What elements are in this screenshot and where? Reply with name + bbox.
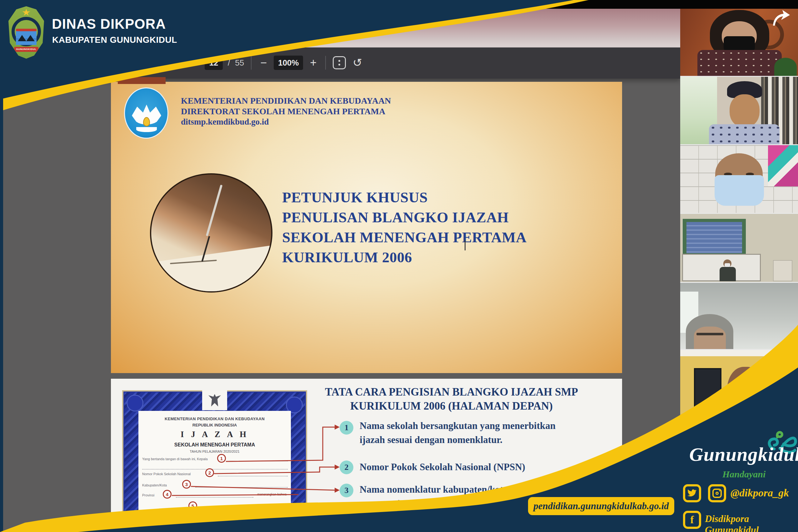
participant-video-5[interactable]	[680, 283, 798, 349]
face-mask	[725, 263, 730, 267]
instagram-button[interactable]	[708, 484, 726, 502]
participant-video-6[interactable]	[680, 350, 798, 418]
instruction-item-text: Nomor Pokok Sekolah Nasional (NPSN)	[360, 460, 525, 474]
shield-banner: GUNUNGKIDUL	[14, 47, 38, 52]
board-chart	[687, 222, 742, 253]
ministry-line-1: KEMENTERIAN PENDIDIKAN DAN KEBUDAYAAN	[181, 96, 391, 106]
thumbnail-divider	[680, 349, 798, 350]
facebook-button[interactable]: f	[683, 511, 701, 529]
background-cabinet	[773, 260, 792, 281]
item-text-line: ijazah sesuai dengan nomenklatur.	[360, 433, 556, 447]
instagram-dot	[719, 490, 720, 491]
tut-wuri-handayani-logo-icon	[124, 88, 168, 139]
instruction-item-text: Nama nomenklatur kabupaten/kota*) ( menc…	[360, 482, 522, 511]
instruction-item-number: 1	[340, 421, 353, 435]
participant-batik-shirt	[709, 124, 780, 144]
zoom-out-button[interactable]: −	[258, 57, 269, 69]
shield-stripe	[16, 29, 37, 31]
instruction-heading: TATA CARA PENGISIAN BLANGKO IJAZAH SMP K…	[286, 385, 617, 413]
fit-page-button[interactable]	[333, 56, 346, 69]
logo-flame	[143, 117, 150, 127]
instruction-item-number: 3	[340, 483, 353, 497]
fit-page-icon	[338, 60, 340, 62]
item-text-line: Nomor Pokok Sekolah Nasional (NPSN)	[360, 460, 525, 474]
thumbnail-divider	[680, 282, 798, 283]
instagram-lens	[715, 492, 719, 495]
slide-title: PETUNJUK KHUSUS PENULISAN BLANGKO IJAZAH…	[282, 187, 620, 267]
slide-top-accent	[118, 77, 166, 84]
item-text-line: Nama sekolah bersangkutan yang menerbitk…	[360, 419, 556, 433]
shield-star	[22, 9, 30, 16]
participant-video-2[interactable]	[680, 77, 798, 144]
background-green-board	[683, 219, 746, 257]
instruction-item-number: 2	[340, 460, 353, 474]
zoom-level-input[interactable]: 100%	[274, 56, 303, 70]
facebook-icon: f	[690, 514, 694, 526]
screen-share-region: 12 / 55 − 100% + ↻	[3, 9, 680, 532]
share-arrow-icon	[772, 10, 791, 27]
website-banner: pendidikan.gunungkidulkab.go.id	[528, 497, 674, 515]
face-mask	[714, 175, 764, 206]
participant-face	[729, 94, 760, 127]
brand-tagline: Handayani	[722, 469, 765, 479]
participant-glasses	[696, 333, 723, 335]
brand-name: Gunungkidul	[689, 443, 798, 466]
toolbar-divider	[325, 56, 326, 70]
pdf-toolbar-controls: 12 / 55 − 100% + ↻	[205, 56, 364, 70]
photo-pen	[206, 185, 223, 236]
slide-title-line-3: SEKOLAH MENENGAH PERTAMA	[282, 227, 620, 247]
photo-paper	[150, 244, 272, 292]
thumbnail-divider	[680, 213, 798, 214]
participant-video-3[interactable]	[680, 145, 798, 213]
participant-video-4[interactable]	[680, 214, 798, 282]
participant-face	[727, 367, 764, 418]
item-text-line: Nama nomenklatur kabupaten/kota*) (	[360, 482, 522, 496]
page-separator: /	[228, 58, 230, 68]
zoom-in-button[interactable]: +	[308, 57, 319, 69]
pdf-toolbar: 12 / 55 − 100% + ↻	[3, 48, 680, 79]
rotate-button[interactable]: ↻	[351, 57, 364, 69]
instruction-heading-line-1: TATA CARA PENGISIAN BLANGKO IJAZAH SMP	[286, 385, 617, 399]
shield-sea	[16, 31, 37, 45]
hand-writing-photo	[150, 173, 272, 292]
item-text-line: mencoret) me	[360, 496, 522, 511]
text-cursor-artifact	[465, 241, 466, 250]
share-arrow-button[interactable]	[772, 10, 791, 27]
participant-face	[694, 327, 726, 349]
participant-clothing	[697, 50, 782, 76]
page-number-input[interactable]: 12	[205, 56, 223, 70]
facebook-page-name: Disdikpora Gunungkidul	[705, 513, 798, 532]
background-monitor	[694, 368, 722, 413]
pdf-page-title-slide: KEMENTERIAN PENDIDIKAN DAN KEBUDAYAAN DI…	[111, 82, 622, 373]
slide-title-line-4: KURIKULUM 2006	[282, 247, 620, 267]
toolbar-divider	[251, 56, 252, 70]
twitter-button[interactable]	[683, 484, 701, 502]
slide-title-line-1: PETUNJUK KHUSUS	[282, 187, 620, 207]
fit-page-icon	[338, 64, 340, 65]
background-plant	[774, 58, 797, 76]
instruction-item-text: Nama sekolah bersangkutan yang menerbitk…	[360, 419, 556, 447]
instagram-icon	[712, 489, 722, 498]
agency-name: DINAS DIKPORA	[52, 16, 166, 32]
participant-body	[720, 267, 736, 281]
page-total: 55	[235, 58, 244, 68]
agency-region: KABUPATEN GUNUNGKIDUL	[52, 35, 177, 45]
social-handle: @dikpora_gk	[730, 487, 789, 499]
website-url: pendidikan.gunungkidulkab.go.id	[533, 500, 669, 512]
thumbnail-divider	[680, 76, 798, 77]
thumbnail-divider	[680, 144, 798, 145]
shared-window-top-strip	[469, 0, 798, 10]
ministry-url: ditsmp.kemdikbud.go.id	[181, 117, 391, 127]
background-fabric	[768, 145, 798, 186]
twitter-icon	[687, 489, 697, 497]
ministry-header: KEMENTERIAN PENDIDIKAN DAN KEBUDAYAAN DI…	[181, 96, 391, 127]
instruction-heading-line-2: KURIKULUM 2006 (HALAMAN DEPAN)	[286, 399, 617, 413]
ministry-line-2: DIREKTORAT SEKOLAH MENENGAH PERTAMA	[181, 106, 391, 117]
background-wall-strip	[680, 350, 798, 356]
video-conference-screen: 12 / 55 − 100% + ↻	[0, 0, 798, 532]
slide-title-line-2: PENULISAN BLANGKO IJAZAH	[282, 207, 620, 227]
logo-book	[136, 127, 157, 132]
